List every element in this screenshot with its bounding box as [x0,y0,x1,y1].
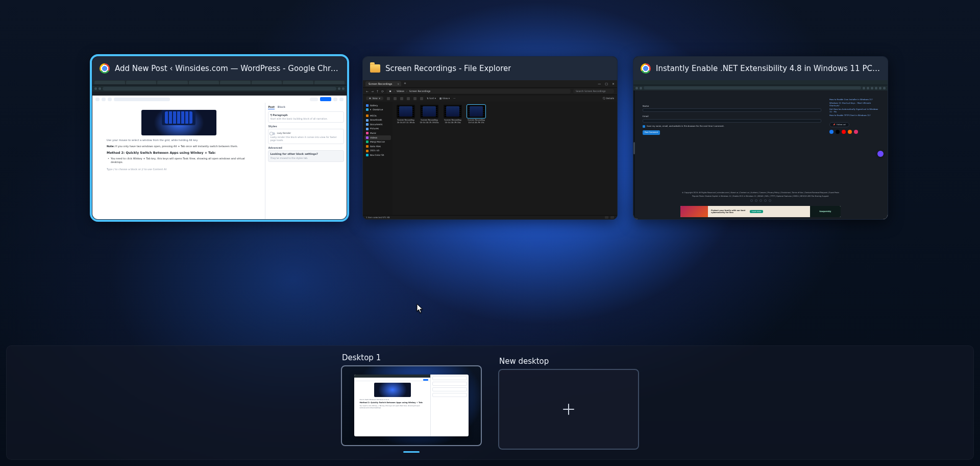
open-windows-row: Add New Post ‹ Winsides.com — WordPress … [0,56,980,220]
file-item: Screen Recording 15-14.37.11 19.4s [396,105,416,124]
window-title: Instantly Enable .NET Extensibility 4.8 … [656,64,880,73]
follow-us-pill: 📌Follow us! [829,122,849,128]
file-item: Screen Recording 15-14.10.79 15s [443,105,463,124]
wp-adminbar [92,91,347,96]
new-tab-icon: ＋ [403,81,407,86]
article-sidebar: How to Enable Cron Installer in Windows … [829,98,878,134]
explorer-file-grid: Screen Recording 15-14.37.11 19.4s Scree… [393,102,617,215]
mouse-cursor [416,304,424,314]
publish-button [320,97,331,101]
desktop-preview: How to Switch Between Windows in W 11 – … [342,366,481,445]
method-heading: Method 2: Quickly Switch Between Apps us… [107,151,251,155]
window-titlebar: Add New Post ‹ Winsides.com — WordPress … [92,57,347,80]
window-title: Add New Post ‹ Winsides.com — WordPress … [115,64,339,73]
window-thumb-file-explorer[interactable]: Screen Recordings - File Explorer Screen… [362,56,618,220]
minimize-icon: — [598,82,601,86]
desktop-label: Desktop 1 [342,353,481,362]
plus-icon [563,404,574,415]
method-bullet: You need to click Winkey + Tab key, this… [111,157,251,164]
explorer-command-bar: ✚ New ▾ ⇅ Sort ▾ ▦ View ▾ ⋯ ⓘ Details [363,95,617,102]
comment-form: Name Email Save my name, email, and webs… [643,102,821,135]
search-input: Search Screen Recordings [573,89,614,94]
post-comment-button: Post Comment [643,130,660,135]
wp-editor-content: Use your mouse to select a window from t… [92,103,265,219]
explorer-nav-pane: Gallery ▾ OneDrive MCCA Downloads Docume… [363,102,393,215]
virtual-desktops-strip: Desktop 1 How to Switch Between Windows … [6,345,974,460]
maximize-icon: ▢ [605,82,608,86]
window-title: Screen Recordings - File Explorer [385,64,511,73]
folder-icon [370,63,380,74]
browser-addressbar [633,85,888,90]
file-item: Screen Recording 15-14.10.79 17s [466,105,486,124]
window-thumb-chrome-wordpress[interactable]: Add New Post ‹ Winsides.com — WordPress … [92,56,347,220]
explorer-statusbar: 1 item selected 571 KB [363,215,617,219]
site-footer: © Copyright 2024. All Rights Reserved | … [643,192,878,202]
scroll-top-fab [877,151,884,157]
window-preview: How to Enable Cron Installer in Windows … [633,80,888,219]
new-desktop-button[interactable]: New desktop [499,357,638,449]
ad-banner: Protect your family with our best cybers… [680,206,841,217]
chrome-icon [100,63,110,74]
breadcrumb: 🖥 › Videos › Screen Recordings [386,89,571,94]
window-titlebar: Instantly Enable .NET Extensibility 4.8 … [633,57,888,80]
social-icons [829,130,878,134]
window-preview: Screen Recordings× ＋ —▢× ←→↑⟳ 🖥 › Videos… [363,80,617,219]
wp-breadcrumb: Post › Paragraph [92,219,347,220]
window-titlebar: Screen Recordings - File Explorer [363,57,617,80]
file-item: Screen Recording 15-14.10.75 19.01s [419,105,439,124]
wp-editor-toolbar [92,96,347,103]
image-caption: Use your mouse to select a window from t… [107,138,251,142]
desktop-label: New desktop [499,357,638,366]
browser-addressbar [92,85,347,91]
desktop-thumb-current[interactable]: Desktop 1 How to Switch Between Windows … [342,353,481,453]
explorer-tab: Screen Recordings× [365,81,401,87]
close-icon: × [612,82,615,86]
window-preview: Use your mouse to select a window from t… [92,80,347,219]
browser-tabstrip [92,80,347,85]
block-placeholder: Type / to choose a block or // to use Co… [107,168,251,171]
wp-sidebar: PostBlock ¶ Paragraph Start with the bas… [265,103,347,219]
chrome-icon [641,63,651,74]
window-thumb-chrome-article[interactable]: Instantly Enable .NET Extensibility 4.8 … [633,56,888,220]
